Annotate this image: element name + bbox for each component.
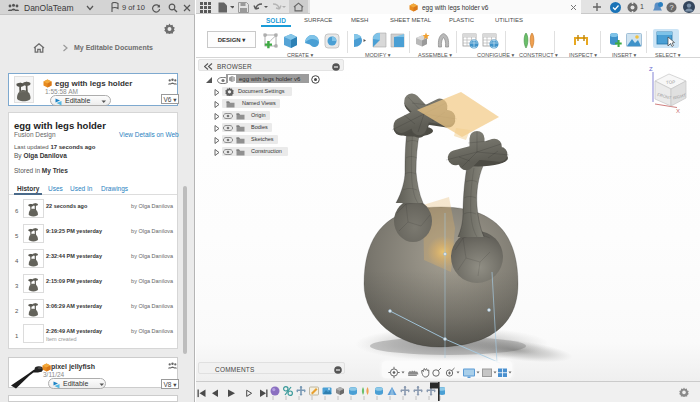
svg-text:X: X	[676, 108, 680, 114]
svg-text:TOP: TOP	[666, 80, 675, 85]
svg-text:?: ?	[669, 3, 673, 12]
svg-text:Z: Z	[649, 66, 653, 72]
